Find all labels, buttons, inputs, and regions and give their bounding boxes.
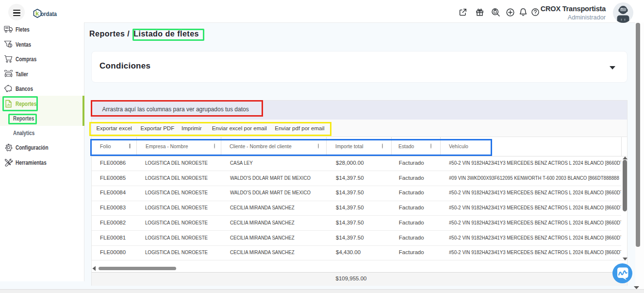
svg-text:k: k <box>35 10 39 17</box>
svg-text:$: $ <box>9 44 11 47</box>
